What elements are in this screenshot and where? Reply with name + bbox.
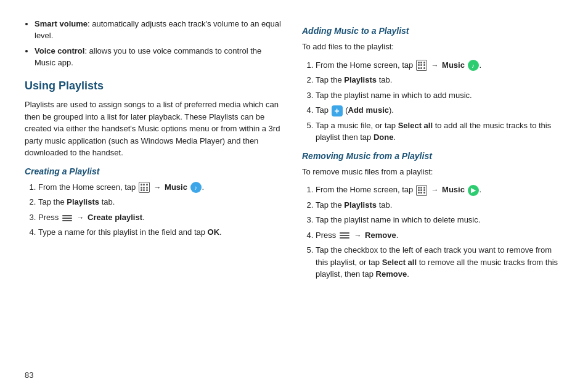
arrow-2: → xyxy=(76,213,84,222)
adding-steps-list: From the Home screen, tap → Music ♪. Tap… xyxy=(302,59,561,144)
add-icon: + xyxy=(332,105,343,116)
right-column: Adding Music to a Playlist To add files … xyxy=(302,18,561,355)
bullet-term-smart-volume: Smart volume xyxy=(35,19,88,28)
adding-step-2: Tap the Playlists tab. xyxy=(316,74,561,86)
left-column: Smart volume: automatically adjusts each… xyxy=(25,18,284,355)
menu-icon-2 xyxy=(339,231,350,240)
creating-step-2: Tap the Playlists tab. xyxy=(38,196,284,208)
page-number: 83 xyxy=(25,370,33,380)
grid-icon-2 xyxy=(416,60,427,71)
creating-playlist-heading: Creating a Playlist xyxy=(25,166,284,176)
creating-steps-list: From the Home screen, tap → Music ♪. Tap… xyxy=(25,181,284,239)
removing-step-4: Press → Remove. xyxy=(316,229,561,242)
adding-step-1: From the Home screen, tap → Music ♪. xyxy=(316,59,561,71)
adding-step-4: Tap + (Add music). xyxy=(316,104,561,116)
removing-step-1: From the Home screen, tap → Music ▶. xyxy=(316,184,561,196)
music-icon-3: ▶ xyxy=(468,185,479,196)
bullet-smart-volume: Smart volume: automatically adjusts each… xyxy=(35,18,284,42)
adding-step-5: Tap a music file, or tap Select all to a… xyxy=(316,120,561,144)
using-playlists-heading: Using Playlists xyxy=(25,80,284,92)
menu-icon-1 xyxy=(62,214,73,223)
bullet-voice-control: Voice control: allows you to use voice c… xyxy=(35,46,284,69)
bullet-list: Smart volume: automatically adjusts each… xyxy=(25,18,284,68)
using-playlists-body: Playlists are used to assign songs to a … xyxy=(25,99,284,159)
removing-intro: To remove music files from a playlist: xyxy=(302,166,561,178)
removing-steps-list: From the Home screen, tap → Music ▶. Tap… xyxy=(302,184,561,280)
creating-step-4: Type a name for this playlist in the fie… xyxy=(38,226,284,239)
arrow-4: → xyxy=(431,186,438,194)
removing-step-5: Tap the checkbox to the left of each tra… xyxy=(316,244,561,280)
music-icon-1: ♪ xyxy=(190,182,202,193)
arrow-5: → xyxy=(354,231,361,240)
removing-step-2: Tap the Playlists tab. xyxy=(316,199,561,211)
removing-step-3: Tap the playlist name in which to delete… xyxy=(316,214,561,226)
grid-icon-3 xyxy=(416,185,427,196)
bullet-term-voice-control: Voice control xyxy=(35,46,84,55)
arrow-1: → xyxy=(153,183,161,192)
creating-step-1: From the Home screen, tap → Music ♪. xyxy=(38,181,284,194)
adding-intro: To add files to the playlist: xyxy=(302,41,561,53)
grid-icon-1 xyxy=(139,182,150,193)
removing-music-heading: Removing Music from a Playlist xyxy=(302,151,561,161)
creating-step-3: Press → Create playlist. xyxy=(38,211,284,224)
arrow-3: → xyxy=(431,61,438,70)
adding-music-heading: Adding Music to a Playlist xyxy=(302,26,561,36)
adding-step-3: Tap the playlist name in which to add mu… xyxy=(316,89,561,102)
music-icon-2: ♪ xyxy=(468,60,479,71)
